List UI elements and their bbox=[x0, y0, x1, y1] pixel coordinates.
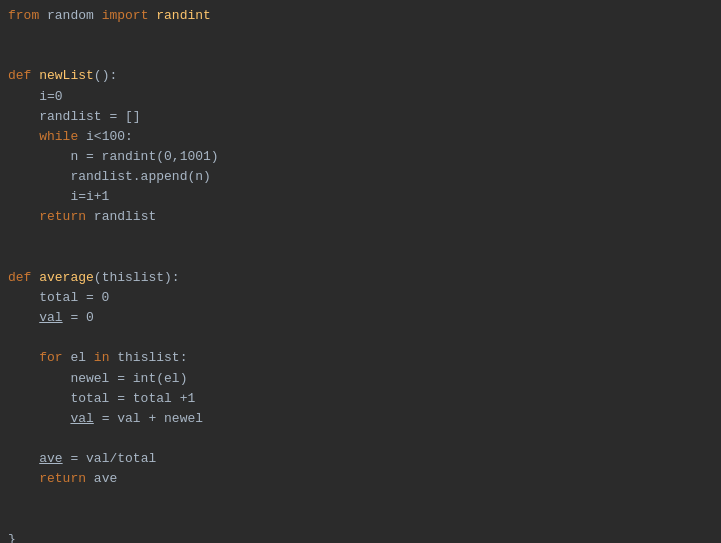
code-line-4: def newList(): bbox=[8, 66, 713, 86]
function-average: average bbox=[39, 270, 94, 285]
code-line-8: n = randint(0,1001) bbox=[8, 147, 713, 167]
code-line-13 bbox=[8, 248, 713, 268]
code-line-7: while i<100: bbox=[8, 127, 713, 147]
code-return-ave: ave bbox=[86, 471, 117, 486]
code-return-randlist: randlist bbox=[86, 209, 156, 224]
indent-return-2 bbox=[8, 471, 39, 486]
keyword-for: for bbox=[39, 350, 62, 365]
indent-val2 bbox=[8, 411, 70, 426]
keyword-return-2: return bbox=[39, 471, 86, 486]
code-line-23: ave = val/total bbox=[8, 449, 713, 469]
code-line-26 bbox=[8, 510, 713, 530]
code-line-25 bbox=[8, 489, 713, 509]
code-val-assign: val bbox=[70, 411, 93, 426]
code-line-9: randlist.append(n) bbox=[8, 167, 713, 187]
code-line-5: i=0 bbox=[8, 87, 713, 107]
code-total-incr: total = total +1 bbox=[8, 391, 195, 406]
code-while-cond: i<100: bbox=[78, 129, 133, 144]
function-randint: randint bbox=[148, 8, 210, 23]
normal-text: random bbox=[39, 8, 101, 23]
code-line-20: total = total +1 bbox=[8, 389, 713, 409]
indent-val bbox=[8, 310, 39, 325]
code-val-eq: = 0 bbox=[63, 310, 94, 325]
code-thislist: thislist: bbox=[109, 350, 187, 365]
function-newlist: newList bbox=[39, 68, 94, 83]
code-line-16: val = 0 bbox=[8, 308, 713, 328]
code-for-el: el bbox=[63, 350, 94, 365]
code-line-24: return ave bbox=[8, 469, 713, 489]
code-val-plus: = val + newel bbox=[94, 411, 203, 426]
code-line-11: return randlist bbox=[8, 207, 713, 227]
code-editor: from random import randint def newList()… bbox=[0, 0, 721, 543]
code-val-0: val bbox=[39, 310, 62, 325]
code-append: randlist.append(n) bbox=[8, 169, 211, 184]
keyword-def-2: def bbox=[8, 270, 31, 285]
code-i-incr: i=i+1 bbox=[8, 189, 109, 204]
code-brace: } bbox=[8, 532, 16, 543]
code-line-22 bbox=[8, 429, 713, 449]
keyword-return-1: return bbox=[39, 209, 86, 224]
code-line-18: for el in thislist: bbox=[8, 348, 713, 368]
code-line-12 bbox=[8, 228, 713, 248]
keyword-import: import bbox=[102, 8, 149, 23]
code-line-21: val = val + newel bbox=[8, 409, 713, 429]
code-line-6: randlist = [] bbox=[8, 107, 713, 127]
indent-for bbox=[8, 350, 39, 365]
code-line-2 bbox=[8, 26, 713, 46]
code-line-1: from random import randint bbox=[8, 6, 713, 26]
code-randlist: randlist = [] bbox=[8, 109, 141, 124]
code-newel-int: newel = int(el) bbox=[8, 371, 187, 386]
code-line-27: } bbox=[8, 530, 713, 543]
code-line-17 bbox=[8, 328, 713, 348]
code-line-15: total = 0 bbox=[8, 288, 713, 308]
keyword-def-1: def bbox=[8, 68, 31, 83]
code-ave: ave bbox=[39, 451, 62, 466]
indent-return-1 bbox=[8, 209, 39, 224]
keyword-while: while bbox=[39, 129, 78, 144]
paren-1: (): bbox=[94, 68, 117, 83]
code-line-10: i=i+1 bbox=[8, 187, 713, 207]
code-line-14: def average(thislist): bbox=[8, 268, 713, 288]
keyword-from: from bbox=[8, 8, 39, 23]
indent-ave bbox=[8, 451, 39, 466]
code-line-19: newel = int(el) bbox=[8, 369, 713, 389]
code-total-0: total = 0 bbox=[8, 290, 109, 305]
code-ave-val: = val/total bbox=[63, 451, 157, 466]
indent-while bbox=[8, 129, 39, 144]
paren-2: (thislist): bbox=[94, 270, 180, 285]
code-line-3 bbox=[8, 46, 713, 66]
code-n-randint: n = randint(0,1001) bbox=[8, 149, 219, 164]
keyword-in: in bbox=[94, 350, 110, 365]
code-i0: i=0 bbox=[8, 89, 63, 104]
